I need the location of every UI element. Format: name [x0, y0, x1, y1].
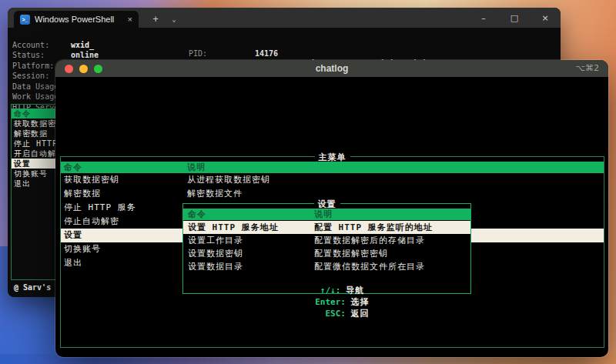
info-row: Data Usage:	[8, 74, 35, 83]
minimize-button[interactable]: –	[468, 8, 499, 28]
new-tab-button[interactable]: +	[148, 11, 163, 28]
window-shortcut-badge: ⌥⌘2	[575, 60, 599, 77]
info-row: Work Usage:2.2 GB Work Dir:/Users/sarv/D…	[55, 139, 608, 149]
main-menu-header: 命令 说明	[61, 162, 604, 173]
settings-header: 命令 说明	[183, 209, 470, 220]
maximize-button[interactable]: □	[499, 8, 530, 28]
powershell-titlebar: >_ Windows PowerShell × + ⌄ – □ ×	[8, 8, 561, 28]
info-value: 14176	[255, 49, 278, 58]
info-value: wxid_	[71, 41, 94, 49]
info-row: Platform:darwin Version:4.0.3.80	[55, 105, 608, 115]
chatlog-window: chatlog ⌥⌘2 Account:wxuser_8a7b PID:2454…	[55, 60, 608, 357]
info-row: Account:wxid_ PID:14176	[8, 32, 35, 42]
info-row: HTTP Server:	[8, 95, 35, 104]
info-row: Session:2025-04-16 16:53:00 Data Key:c01…	[55, 116, 608, 126]
powershell-icon: >_	[20, 15, 30, 25]
info-row: Status:online ExePath:C:\Program Files\T…	[8, 42, 35, 52]
window-title: chatlog	[55, 60, 608, 77]
info-row: Work Usage:	[8, 84, 35, 93]
powershell-tab[interactable]: >_ Windows PowerShell ×	[14, 11, 139, 28]
settings-dialog: 设置 命令 说明 设置 HTTP 服务地址配置 HTTP 服务监听的地址 设置工…	[182, 203, 471, 294]
info-row: Status:online ExePath:/Applications/WeCh…	[55, 94, 608, 104]
tab-dropdown-icon[interactable]: ⌄	[166, 11, 182, 28]
info-row: Account:wxuser_8a7b PID:2454	[55, 83, 608, 93]
powershell-status-text: @ Sarv's	[14, 283, 51, 292]
settings-item[interactable]: 设置工作目录配置数据解密后的存储目录	[183, 234, 470, 247]
window-controls: – □ ×	[468, 8, 561, 28]
powershell-tab-title: Windows PowerShell	[35, 15, 114, 24]
column-description: 说明	[187, 162, 206, 173]
info-label: PID:	[189, 49, 255, 58]
column-command: 命令	[188, 209, 206, 220]
info-row: Session:	[8, 63, 35, 72]
column-command: 命令	[64, 162, 82, 173]
settings-item[interactable]: 设置数据目录配置微信数据文件所在目录	[183, 260, 470, 273]
info-value: online	[71, 51, 99, 59]
chatlog-content: Account:wxuser_8a7b PID:2454 Status:onli…	[55, 77, 608, 357]
dialog-key-hints: ↑/↓: 导航 Enter: 选择 ESC: 返回	[183, 275, 470, 329]
tab-close-icon[interactable]: ×	[128, 15, 132, 24]
status-bar: @ Sarv's Chatlog v0.0.11 ↑/↓: 导航 ←/→: 切换…	[55, 349, 608, 357]
info-row: Platform:windows Version:4.0.3.36	[8, 53, 35, 62]
column-description: 说明	[314, 209, 333, 220]
chatlog-titlebar: chatlog ⌥⌘2	[55, 60, 608, 77]
close-button[interactable]: ×	[530, 8, 561, 28]
settings-item-selected[interactable]: 设置 HTTP 服务地址配置 HTTP 服务监听的地址	[183, 221, 470, 234]
info-row: Data Usage:49.7 GB Data Dir:/Users/sarv/…	[55, 128, 608, 138]
settings-item[interactable]: 设置数据密钥配置数据解密密钥	[183, 247, 470, 260]
menu-item[interactable]: 获取数据密钥从进程获取数据密钥	[61, 173, 604, 187]
